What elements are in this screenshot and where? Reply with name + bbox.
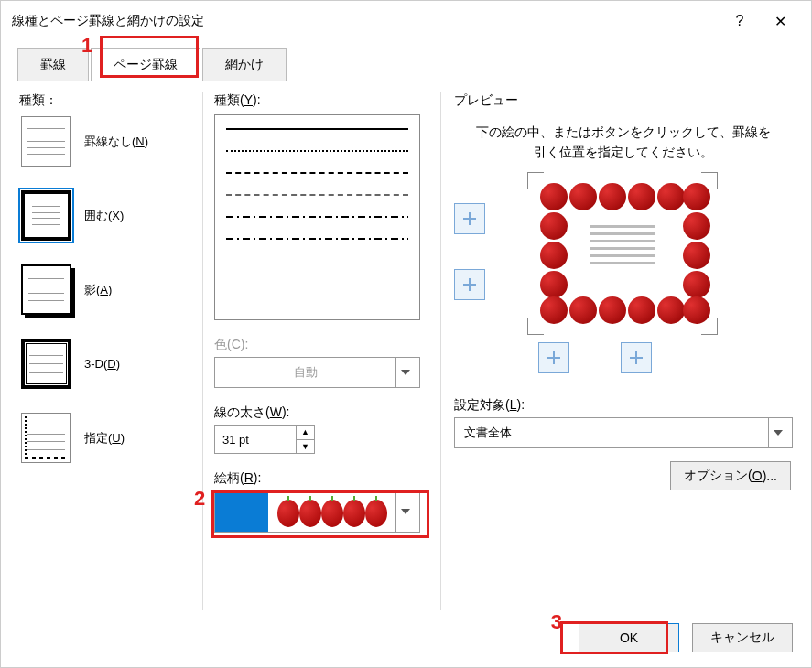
apply-to-dropdown[interactable]: 文書全体: [454, 417, 793, 448]
tab-page-keisen-label: ページ罫線: [114, 57, 178, 71]
width-value: 31 pt: [215, 433, 296, 447]
apple-icon: [657, 296, 685, 324]
apple-icon: [599, 296, 626, 324]
toggle-bottom-border[interactable]: [454, 269, 485, 300]
style-label: 種類(Y):: [214, 92, 431, 109]
apple-icon: [683, 296, 710, 324]
preview-column: プレビュー 下の絵の中、またはボタンをクリックして、罫線を引く位置を指定してくだ…: [440, 92, 793, 610]
setting-type-label: 種類：: [19, 92, 193, 109]
annotation-number-1: 1: [81, 34, 92, 58]
ok-button[interactable]: OK: [579, 623, 679, 652]
corner-mark-icon: [527, 172, 544, 189]
setting-3d[interactable]: 3-D(D): [19, 337, 193, 391]
width-field: 線の太さ(W): 31 pt ▲ ▼: [214, 404, 431, 454]
setting-none-thumb: [21, 116, 71, 167]
setting-none[interactable]: 罫線なし(N): [19, 114, 193, 168]
setting-3d-label: 3-D(D): [84, 357, 120, 371]
border-frame[interactable]: [531, 176, 714, 331]
options-button-row: オプション(O)...: [454, 461, 793, 490]
annotation-number-3: 3: [551, 610, 562, 634]
dialog-window: 線種とページ罫線と網かけの設定 ? ✕ 罫線 ページ罫線 網かけ 1 種類： 罫…: [0, 0, 812, 668]
line-style-listbox[interactable]: [214, 114, 420, 320]
width-spin-up[interactable]: ▲: [297, 426, 314, 440]
apple-icon: [628, 296, 655, 324]
help-button[interactable]: ?: [720, 8, 760, 34]
tab-page-keisen[interactable]: ページ罫線: [91, 48, 200, 81]
setting-box[interactable]: 囲む(X): [19, 189, 193, 242]
tab-amikake[interactable]: 網かけ: [202, 48, 287, 81]
apply-to-label: 設定対象(L):: [454, 397, 793, 414]
corner-mark-icon: [527, 318, 544, 335]
art-preview-center: [268, 491, 395, 532]
setting-shadow-thumb: [21, 264, 71, 315]
apple-icon: [321, 496, 343, 527]
page-inner-icon: [586, 221, 659, 276]
apple-icon: [540, 183, 568, 210]
apple-icon: [683, 271, 710, 298]
line-style-dashdot[interactable]: [226, 216, 408, 218]
apple-icon: [540, 242, 568, 269]
apply-to-field: 設定対象(L): 文書全体: [454, 397, 793, 448]
art-field: 絵柄(R):: [214, 470, 431, 533]
apple-icon: [540, 296, 568, 324]
tabstrip: 罫線 ページ罫線 網かけ 1: [1, 41, 811, 81]
apple-icon: [657, 183, 685, 210]
apply-chevron-icon: [768, 418, 792, 447]
setting-shadow[interactable]: 影(A): [19, 263, 193, 317]
setting-box-thumb: [21, 190, 71, 241]
setting-3d-thumb: [21, 339, 71, 389]
line-style-dashdotdot[interactable]: [226, 238, 408, 240]
apple-icon: [683, 212, 710, 240]
annotation-number-2: 2: [194, 487, 205, 511]
tab-sen-label: 罫線: [40, 57, 66, 71]
close-button[interactable]: ✕: [760, 8, 800, 34]
setting-custom-label: 指定(U): [84, 430, 125, 447]
width-spinner[interactable]: 31 pt ▲ ▼: [214, 425, 315, 454]
art-preview: [215, 491, 395, 532]
toggle-right-border[interactable]: [621, 342, 652, 373]
apple-icon: [343, 496, 365, 527]
toggle-left-border[interactable]: [538, 342, 569, 373]
dialog-footer: 3 OK キャンセル: [1, 610, 811, 667]
setting-custom-thumb: [21, 413, 71, 463]
cancel-button[interactable]: キャンセル: [692, 623, 793, 652]
tab-sen[interactable]: 罫線: [17, 48, 89, 81]
apply-to-value: 文書全体: [464, 425, 512, 441]
color-chevron-icon: [395, 358, 419, 387]
width-spin-down[interactable]: ▼: [297, 440, 314, 454]
setting-none-label: 罫線なし(N): [84, 134, 148, 150]
apple-icon: [569, 296, 597, 324]
side-toggles-left: [454, 203, 485, 300]
apple-icon: [299, 496, 321, 527]
art-label: 絵柄(R):: [214, 470, 431, 487]
line-style-dotted[interactable]: [226, 150, 408, 152]
setting-type-list: 罫線なし(N) 囲む(X) 影(A): [19, 114, 193, 465]
apple-icon: [277, 496, 299, 527]
color-dropdown[interactable]: 自動: [214, 357, 420, 388]
apple-icon: [365, 496, 387, 527]
art-dropdown[interactable]: [214, 490, 420, 533]
setting-custom[interactable]: 指定(U): [19, 411, 193, 465]
options-button[interactable]: オプション(O)...: [670, 461, 791, 490]
content-area: 種類： 罫線なし(N) 囲む(X): [1, 81, 811, 610]
apple-icon: [540, 271, 568, 298]
preview-label: プレビュー: [454, 92, 793, 109]
line-style-dash-short[interactable]: [226, 172, 408, 174]
line-style-solid[interactable]: [226, 128, 408, 130]
bottom-toggles: [538, 342, 793, 373]
setting-type-column: 種類： 罫線なし(N) 囲む(X): [19, 92, 193, 610]
apple-icon: [599, 183, 626, 210]
setting-box-label: 囲む(X): [84, 208, 124, 224]
line-style-dash[interactable]: [226, 194, 408, 196]
width-spin-buttons: ▲ ▼: [296, 426, 314, 453]
art-preview-left: [215, 491, 268, 532]
apple-icon: [683, 242, 710, 269]
preview-description: 下の絵の中、またはボタンをクリックして、罫線を引く位置を指定してください。: [472, 122, 774, 163]
apple-icon: [628, 183, 655, 210]
toggle-top-border[interactable]: [454, 203, 485, 234]
apple-icon: [569, 183, 597, 210]
color-label: 色(C):: [214, 337, 431, 353]
width-label: 線の太さ(W):: [214, 404, 431, 421]
apple-icon: [683, 183, 710, 210]
tab-amikake-label: 網かけ: [225, 57, 264, 71]
